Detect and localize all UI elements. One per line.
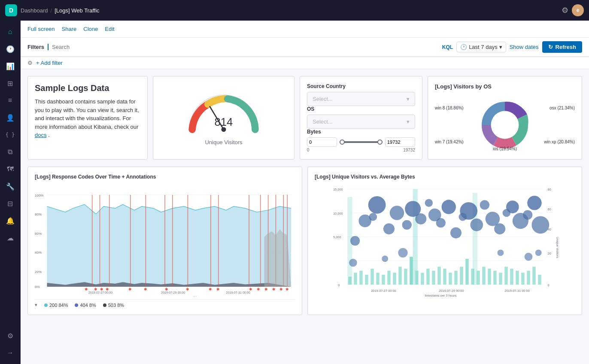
- sidebar-item-uptime[interactable]: 🔧: [3, 179, 18, 194]
- sidebar-item-cloud[interactable]: ☁: [3, 230, 18, 246]
- svg-rect-94: [460, 267, 463, 285]
- filter-bar: Filters KQL 🕐 Last 7 days ▾ Show dates ↻…: [21, 38, 589, 57]
- svg-rect-104: [516, 271, 519, 285]
- bytes-range-labels: 0 19732: [307, 148, 415, 152]
- legend-404-dot: [75, 303, 78, 307]
- share-button[interactable]: Share: [62, 24, 77, 34]
- os-label: OS: [307, 106, 415, 112]
- svg-rect-74: [348, 277, 351, 285]
- response-codes-title: [Logs] Response Codes Over Time + Annota…: [35, 174, 295, 180]
- sidebar-item-alerts[interactable]: 🔔: [3, 213, 18, 228]
- svg-text:40%: 40%: [35, 251, 42, 255]
- kibana-logo[interactable]: D: [5, 4, 17, 16]
- sidebar-item-logs[interactable]: ⊟: [3, 196, 18, 211]
- svg-text:20: 20: [548, 252, 551, 255]
- edit-button[interactable]: Edit: [105, 24, 114, 34]
- svg-text:✱: ✱: [144, 287, 147, 291]
- docs-link[interactable]: docs: [35, 132, 46, 138]
- sample-logs-panel: Sample Logs Data This dashboard contains…: [27, 76, 148, 160]
- legend-chevron[interactable]: ▾: [35, 302, 37, 308]
- donut-label-win7: win 7 (19.42%): [435, 140, 478, 144]
- svg-point-133: [527, 196, 541, 210]
- svg-point-109: [350, 236, 360, 246]
- bytes-min-input[interactable]: [307, 137, 337, 147]
- svg-rect-102: [504, 267, 507, 285]
- svg-text:✱: ✱: [85, 287, 88, 291]
- svg-point-135: [349, 259, 357, 267]
- sidebar-item-visualize[interactable]: 📊: [3, 58, 18, 74]
- svg-text:2019-07-29 00:00: 2019-07-29 00:00: [439, 289, 464, 293]
- svg-point-136: [382, 255, 388, 262]
- svg-rect-93: [454, 271, 457, 285]
- gauge-label: Unique Visitors: [205, 139, 242, 146]
- svg-text:✱: ✱: [100, 287, 103, 291]
- svg-point-112: [368, 196, 386, 214]
- settings-icon[interactable]: ⚙: [562, 6, 568, 15]
- svg-rect-85: [410, 257, 413, 285]
- sidebar-item-ml[interactable]: { }: [3, 127, 18, 143]
- refresh-icon: ↻: [548, 44, 553, 50]
- sample-logs-title: Sample Logs Data: [35, 83, 140, 93]
- clone-button[interactable]: Clone: [83, 24, 98, 34]
- svg-text:Unique Visitors: Unique Visitors: [556, 237, 559, 258]
- bytes-max-thumb[interactable]: [377, 140, 383, 145]
- unique-vs-bytes-title: [Logs] Unique Visitors vs. Average Bytes: [315, 174, 575, 180]
- os-dropdown[interactable]: Select... ▾: [307, 115, 415, 129]
- svg-text:2019-07-27 00:00: 2019-07-27 00:00: [88, 291, 112, 294]
- sidebar-item-settings[interactable]: ⚙: [3, 328, 18, 343]
- svg-rect-106: [527, 271, 530, 285]
- kql-badge[interactable]: KQL: [442, 44, 453, 50]
- svg-rect-89: [432, 271, 435, 285]
- svg-point-111: [369, 213, 377, 221]
- bytes-group: Bytes: [307, 129, 415, 152]
- sidebar-item-maps[interactable]: 👤: [3, 110, 18, 125]
- svg-point-120: [436, 218, 446, 228]
- response-chart-svg: 100% 80% 60% 40% 20% 0%: [35, 185, 295, 297]
- svg-point-117: [415, 213, 426, 224]
- time-picker-value: Last 7 days: [469, 44, 498, 50]
- svg-text:✱: ✱: [264, 287, 268, 291]
- gauge-panel: 814 Unique Visitors: [153, 76, 294, 160]
- sidebar-item-dashboard[interactable]: ⊞: [3, 76, 18, 91]
- donut-chart-svg: [478, 95, 532, 155]
- os-group: OS Select... ▾: [307, 106, 415, 129]
- source-country-dropdown[interactable]: Select... ▾: [307, 92, 415, 106]
- filter-settings-icon[interactable]: ⚙: [27, 60, 33, 66]
- sidebar-item-collapse[interactable]: →: [3, 345, 18, 361]
- sidebar-item-canvas[interactable]: ≡: [3, 93, 18, 108]
- action-bar: Full screen Share Clone Edit: [21, 21, 589, 38]
- svg-text:10,000: 10,000: [333, 212, 343, 215]
- search-input[interactable]: [52, 44, 439, 50]
- svg-rect-108: [538, 275, 541, 285]
- chevron-down-icon: ▾: [407, 118, 410, 125]
- svg-rect-91: [443, 269, 446, 285]
- fullscreen-button[interactable]: Full screen: [27, 24, 55, 34]
- svg-text:✱: ✱: [257, 287, 260, 291]
- show-dates-button[interactable]: Show dates: [510, 44, 539, 50]
- sidebar-item-apm[interactable]: 🗺: [3, 161, 18, 177]
- bytes-min-thumb[interactable]: [340, 140, 345, 145]
- svg-point-115: [402, 220, 412, 230]
- svg-text:20%: 20%: [35, 270, 42, 274]
- user-avatar[interactable]: e: [572, 4, 584, 16]
- svg-rect-83: [398, 267, 401, 285]
- svg-text:814: 814: [215, 116, 233, 128]
- svg-text:2019-07-31 00:00: 2019-07-31 00:00: [226, 291, 250, 294]
- refresh-button[interactable]: ↻ Refresh: [542, 41, 582, 53]
- svg-rect-97: [477, 271, 480, 285]
- breadcrumb: Dashboard / [Logs] Web Traffic: [21, 7, 100, 14]
- legend-404: 404 8%: [75, 303, 96, 308]
- filters-panel: Source Country Select... ▾ OS Select... …: [300, 76, 422, 160]
- svg-text:60: 60: [548, 207, 551, 211]
- donut-labels-left: win 8 (18.86%) win 7 (19.42%): [435, 106, 478, 144]
- sidebar-item-home[interactable]: ⌂: [3, 24, 18, 39]
- sidebar-item-infra[interactable]: ⧉: [3, 144, 18, 160]
- bytes-max-input[interactable]: [385, 137, 415, 147]
- svg-point-118: [425, 199, 433, 207]
- add-filter-button[interactable]: + Add filter: [36, 60, 63, 66]
- svg-point-3: [491, 111, 519, 139]
- svg-text:✱: ✱: [249, 287, 252, 291]
- time-picker[interactable]: 🕐 Last 7 days ▾: [456, 42, 506, 52]
- sidebar-item-discover[interactable]: 🕐: [3, 41, 18, 57]
- svg-point-128: [494, 223, 505, 234]
